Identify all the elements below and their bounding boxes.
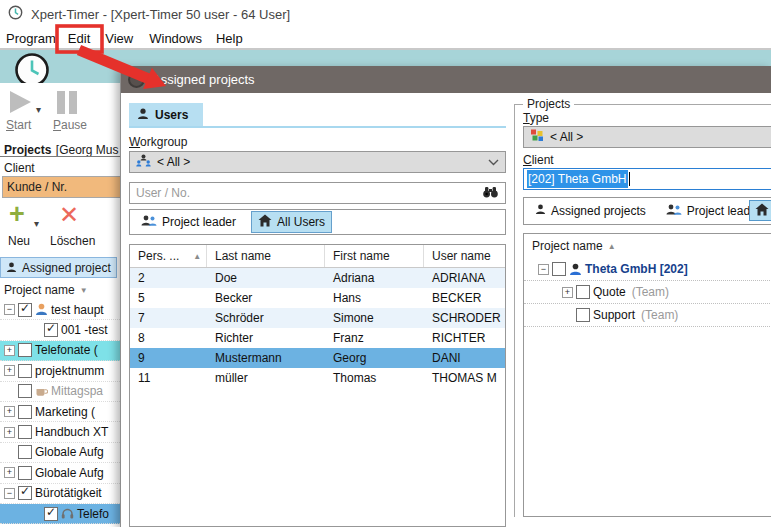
person-blue-icon [35,303,48,316]
all-users-filter-button[interactable]: All Users [251,211,332,233]
assigned-projects-filter-button[interactable]: Assigned projects [528,201,653,221]
table-row[interactable]: 2DoeAdrianaADRIANA [130,268,505,288]
client-number-input[interactable]: Kunde / Nr. [2,176,120,198]
workgroup-label: Workgroup [129,135,187,149]
expand-icon[interactable]: + [4,467,15,478]
table-cell: Schröder [207,311,325,325]
tree-item[interactable]: +Telefonate ( [0,341,120,361]
pause-icon[interactable] [57,91,77,114]
main-left-panel: ▾ Start Pause Projects [Georg Mus Client… [0,83,120,527]
menu-item-help[interactable]: Help [216,31,243,46]
table-row[interactable]: 9MustermannGeorgDANI [130,348,505,368]
menu-item-view[interactable]: View [105,31,133,46]
expand-icon[interactable]: + [4,406,15,417]
start-button-label[interactable]: Start [6,118,31,132]
checkbox[interactable]: ✓ [18,303,32,317]
table-row[interactable]: 7SchröderSimoneSCHRODER [130,308,505,328]
start-dropdown-caret[interactable]: ▾ [36,104,41,115]
new-dropdown-caret[interactable]: ▾ [34,218,39,229]
tree-item[interactable]: −✓Bürotätigkeit [0,484,120,504]
checkbox[interactable]: ✓ [44,323,58,337]
tree-item[interactable]: +projektnumm [0,361,120,381]
tab-users[interactable]: Users [129,103,203,126]
tree-item[interactable]: −✓test haupt [0,300,120,320]
table-cell: DANI [424,351,505,365]
all-users-home-button[interactable] [749,200,771,221]
checkbox[interactable] [18,364,32,378]
column-header[interactable]: Last name [207,245,325,267]
expand-icon[interactable]: + [4,365,15,376]
right-tree-header[interactable]: Project name ▲ [524,234,771,258]
tree-item[interactable]: +Handbuch XT [0,422,120,442]
tree-item[interactable]: Support(Team) [524,304,771,327]
user-search-input[interactable]: User / No. [129,182,506,204]
type-select[interactable]: < All > [523,126,771,148]
start-icon[interactable] [8,90,33,118]
collapse-icon[interactable]: − [538,264,549,275]
tree-item[interactable]: ✓Telefo [0,504,120,524]
table-cell: müller [207,371,325,385]
checkbox[interactable] [18,425,32,439]
workgroup-select[interactable]: < All > [129,151,506,173]
collapse-icon[interactable]: − [4,488,15,499]
people-icon [141,215,157,230]
expand-icon[interactable]: + [4,427,15,438]
table-row[interactable]: 11müllerThomasTHOMAS M [130,368,505,388]
users-table-header[interactable]: Pers. ...▲Last nameFirst nameUser name [130,245,505,268]
column-header[interactable]: User name [424,245,505,267]
tree-item[interactable]: Mittagspa [0,382,120,402]
collapse-icon[interactable]: − [4,304,15,315]
table-cell: 5 [130,291,207,305]
tree-item[interactable]: Globale Aufg [0,443,120,463]
table-row[interactable]: 5BeckerHansBECKER [130,288,505,308]
delete-icon[interactable]: ✕ [59,202,79,228]
checkbox[interactable] [18,445,32,459]
checkbox[interactable] [18,384,32,398]
checkbox[interactable] [18,405,32,419]
user-filter-toolbar: Project leader All Users [129,209,506,235]
checkbox[interactable] [576,285,590,299]
menu-item-windows[interactable]: Windows [149,31,202,46]
app-clock-icon [8,5,23,24]
window-titlebar: Xpert-Timer - [Xpert-Timer 50 user - 64 … [0,0,771,28]
menu-item-edit[interactable]: Edit [68,31,90,46]
project-leader-filter-button[interactable]: Project leader [134,212,243,233]
new-button-label[interactable]: Neu [8,234,30,248]
binoculars-icon[interactable] [482,184,499,202]
table-cell: 7 [130,311,207,325]
tree-item[interactable]: ✓001 -test [0,320,120,340]
tree-item[interactable]: −Theta GmbH [202] [524,258,771,281]
table-cell: Franz [325,331,424,345]
table-row[interactable]: 8RichterFranzRICHTER [130,328,505,348]
checkbox[interactable] [18,466,32,480]
tree-item[interactable]: +Quote(Team) [524,281,771,304]
checkbox[interactable] [576,308,590,322]
checkbox[interactable]: ✓ [18,486,32,500]
assigned-projects-button[interactable]: Assigned project [0,257,117,278]
expand-icon[interactable]: + [562,287,573,298]
table-cell: Mustermann [207,351,325,365]
tree-item[interactable]: +Marketing ( [0,402,120,422]
home-icon [258,214,272,230]
column-header[interactable]: Pers. ...▲ [130,245,207,267]
right-tree-rows: −Theta GmbH [202]+Quote(Team)Support(Tea… [524,258,771,327]
tree-item[interactable]: +Globale Aufg [0,463,120,483]
table-cell: Georg [325,351,424,365]
window-title: Xpert-Timer - [Xpert-Timer 50 user - 64 … [31,7,290,22]
project-tree: −✓test haupt✓001 -test+Telefonate (+proj… [0,300,120,524]
sort-asc-icon: ▲ [608,242,616,251]
dialog-titlebar[interactable]: Assigned projects [121,66,771,93]
menu-item-program[interactable]: Program [6,31,56,46]
expand-icon[interactable]: + [4,345,15,356]
client-input[interactable]: [202] Theta GmbH [523,168,771,190]
checkbox[interactable] [18,343,32,357]
checkbox[interactable]: ✓ [44,507,58,521]
table-cell: THOMAS M [424,371,505,385]
left-tree-header[interactable]: Project name ▼ [4,283,88,297]
column-header[interactable]: First name [325,245,424,267]
new-icon[interactable]: + [9,201,25,228]
pause-button-label[interactable]: Pause [53,118,87,132]
person-icon [535,204,546,218]
checkbox[interactable] [552,262,566,276]
delete-button-label[interactable]: Löschen [50,234,95,248]
